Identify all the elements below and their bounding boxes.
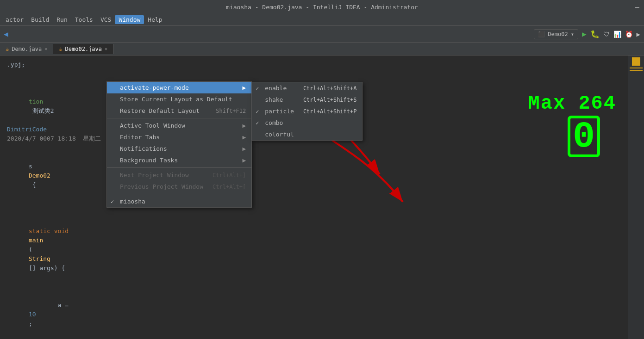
debug-button[interactable]: 🐛 <box>590 30 600 38</box>
shortcut-label: Ctrl+Alt+Shift+A <box>303 85 357 92</box>
code-line <box>7 143 621 153</box>
big-green-max264: Max 264 <box>528 92 616 115</box>
tab-demo-label: Demo.java <box>12 46 42 52</box>
right-panel <box>628 55 644 339</box>
submenu-arrow-icon: ▶ <box>242 157 246 164</box>
power-mode-submenu: ✓ enable Ctrl+Alt+Shift+A shake Ctrl+Alt… <box>251 82 363 141</box>
run-button[interactable]: ▶ <box>582 30 587 38</box>
menu-item-label: Restore Default Layout <box>120 107 200 114</box>
submenu-label: enable <box>265 85 287 92</box>
submenu-item-particle[interactable]: ✓ particle Ctrl+Alt+Shift+P <box>252 105 362 117</box>
menu-item-label: miaosha <box>120 198 145 205</box>
tab-demo02-close[interactable]: ✕ <box>105 46 107 51</box>
shortcut-label: Ctrl+Alt+Shift+S <box>303 97 357 103</box>
menu-item-label: activate-power-mode <box>120 84 189 91</box>
minimize-button[interactable]: — <box>635 3 639 12</box>
coverage-button[interactable]: 🛡 <box>603 31 610 38</box>
menu-tools[interactable]: Tools <box>71 15 97 24</box>
menu-item-label: Notifications <box>120 145 167 152</box>
code-line <box>7 282 621 291</box>
big-green-zero: 0 <box>568 116 600 157</box>
menu-window[interactable]: Window <box>115 15 144 24</box>
toolbar-back-icon[interactable]: ◀ <box>4 30 8 38</box>
check-icon: ✓ <box>256 85 259 92</box>
menu-item-label: Editor Tabs <box>120 134 160 141</box>
menu-item-label: Next Project Window <box>120 172 189 179</box>
run-config-selector[interactable]: ⬛ Demo02 ▾ <box>534 29 578 39</box>
minimap-marker <box>632 57 640 66</box>
editor-tabs-bar: ☕ Demo.java ✕ ☕ Demo02.java ✕ <box>0 43 644 55</box>
menu-item-background-tasks[interactable]: Background Tasks ▶ <box>107 154 251 166</box>
tab-demo02-java[interactable]: ☕ Demo02.java ✕ <box>53 44 113 54</box>
submenu-label: particle <box>265 108 294 115</box>
menu-item-store-layout[interactable]: Store Current Layout as Default <box>107 93 251 105</box>
run-config-icon: ⬛ <box>538 31 545 37</box>
submenu-arrow-icon: ▶ <box>242 145 246 152</box>
title-bar: miaosha - Demo02.java - IntelliJ IDEA - … <box>0 0 644 14</box>
tab-demo-java[interactable]: ☕ Demo.java ✕ <box>0 44 53 54</box>
menu-run[interactable]: Run <box>53 15 71 24</box>
menu-build[interactable]: Build <box>27 15 53 24</box>
tab-demo02-label: Demo02.java <box>65 46 102 52</box>
shortcut-label: Ctrl+Alt+[ <box>213 184 246 190</box>
submenu-label: combo <box>265 119 283 126</box>
profile-button[interactable]: 📊 <box>613 31 621 38</box>
menu-bar: actor Build Run Tools VCS Window Help <box>0 14 644 26</box>
window-dropdown-menu: activate-power-mode ▶ ✓ enable Ctrl+Alt+… <box>106 81 252 208</box>
menu-item-label: Background Tasks <box>120 157 178 164</box>
submenu-item-shake[interactable]: shake Ctrl+Alt+Shift+S <box>252 94 362 105</box>
menu-divider <box>107 167 251 168</box>
menu-item-label: Previous Project Window <box>120 183 203 190</box>
run-config-arrow: ▾ <box>571 31 574 37</box>
check-icon: ✓ <box>256 108 259 115</box>
shortcut-label: Shift+F12 <box>216 108 246 114</box>
menu-divider <box>107 194 251 194</box>
menu-vcs[interactable]: VCS <box>97 15 115 24</box>
title-text: miaosha - Demo02.java - IntelliJ IDEA - … <box>226 4 418 11</box>
menu-help[interactable]: Help <box>144 15 166 24</box>
shortcut-label: Ctrl+Alt+] <box>213 172 246 179</box>
menu-item-restore-layout[interactable]: Restore Default Layout Shift+F12 <box>107 105 251 117</box>
submenu-item-enable[interactable]: ✓ enable Ctrl+Alt+Shift+A <box>252 82 362 94</box>
more-run-options[interactable]: ⏰ <box>625 31 633 38</box>
menu-item-next-project: Next Project Window Ctrl+Alt+] <box>107 169 251 181</box>
check-icon: ✓ <box>256 120 259 126</box>
submenu-arrow-icon: ▶ <box>242 134 246 141</box>
menu-item-notifications[interactable]: Notifications ▶ <box>107 143 251 154</box>
run-config-name: Demo02 <box>548 31 568 37</box>
main-area: .ypj; tion 测试类2 DimitriCode 2020/4/7 000… <box>0 55 644 339</box>
menu-item-active-tool-window[interactable]: Active Tool Window ▶ <box>107 120 251 131</box>
code-line: .ypj; <box>7 60 621 69</box>
menu-item-label: Active Tool Window <box>120 122 185 129</box>
menu-actor[interactable]: actor <box>2 15 27 24</box>
code-line <box>7 199 621 208</box>
menu-item-label: Store Current Layout as Default <box>120 96 232 103</box>
menu-item-editor-tabs[interactable]: Editor Tabs ▶ <box>107 131 251 143</box>
code-line: s Demo02 { <box>7 153 621 199</box>
tab-demo-close[interactable]: ✕ <box>44 46 47 51</box>
menu-item-prev-project: Previous Project Window Ctrl+Alt+[ <box>107 181 251 192</box>
submenu-item-combo[interactable]: ✓ combo <box>252 117 362 129</box>
submenu-item-colorful[interactable]: colorful <box>252 129 362 140</box>
menu-divider <box>107 118 251 118</box>
menu-item-activate-power-mode[interactable]: activate-power-mode ▶ ✓ enable Ctrl+Alt+… <box>107 82 251 93</box>
code-line: static void main ( String [] args) { <box>7 208 621 282</box>
code-line: a = 10 ; <box>7 291 621 338</box>
toolbar: ◀ ⬛ Demo02 ▾ ▶ 🐛 🛡 📊 ⏰ ▶ <box>0 26 644 43</box>
submenu-label: colorful <box>265 131 294 138</box>
extra-run-btn[interactable]: ▶ <box>637 31 640 38</box>
submenu-label: shake <box>265 96 283 103</box>
scroll-marker <box>630 68 642 68</box>
tab-demo-icon: ☕ <box>6 46 9 52</box>
check-icon: ✓ <box>111 198 114 205</box>
shortcut-label: Ctrl+Alt+Shift+P <box>303 108 357 115</box>
scroll-marker <box>630 70 642 71</box>
tab-demo02-icon: ☕ <box>59 46 62 52</box>
menu-item-miaosha[interactable]: ✓ miaosha <box>107 196 251 207</box>
submenu-arrow-icon: ▶ <box>242 84 246 91</box>
submenu-arrow-icon: ▶ <box>242 122 246 129</box>
code-line <box>7 69 621 79</box>
